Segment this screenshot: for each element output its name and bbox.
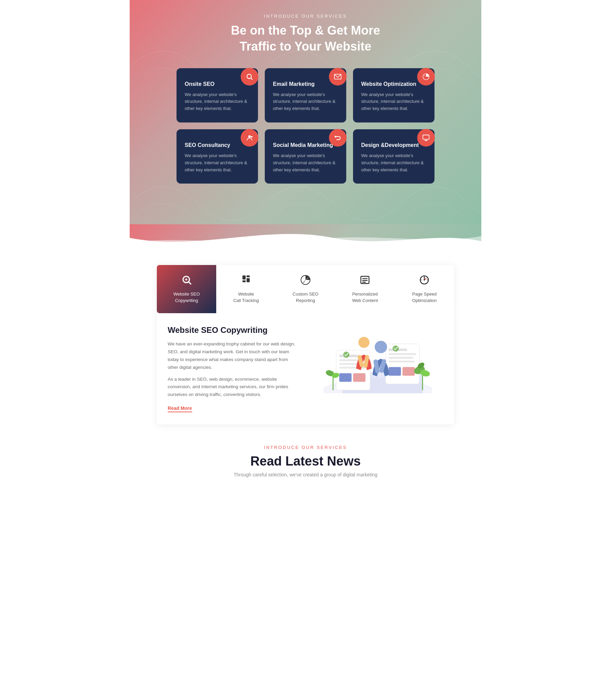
service-title: Website Optimization bbox=[361, 81, 426, 87]
tab-custom-seo-reporting[interactable]: Custom SEO Reporting bbox=[275, 265, 335, 313]
news-label: INTRODUCE OUR SERVICES bbox=[136, 445, 475, 450]
read-more-link[interactable]: Read More bbox=[168, 406, 192, 412]
service-desc: We analyse your website's structure, int… bbox=[185, 152, 250, 173]
wave-divider bbox=[130, 224, 481, 252]
service-title: Email Marketing bbox=[273, 81, 338, 87]
hero-title: Be on the Top & Get More Traffic to Your… bbox=[136, 23, 475, 55]
tabs-section: Website SEO Copywriting Website Call Tra… bbox=[130, 252, 481, 313]
svg-rect-35 bbox=[339, 373, 351, 382]
svg-rect-36 bbox=[353, 373, 365, 382]
svg-rect-44 bbox=[403, 367, 415, 375]
call-tracking-icon bbox=[241, 274, 252, 288]
svg-rect-15 bbox=[242, 275, 245, 279]
tab-label-call-tracking: Website Call Tracking bbox=[233, 291, 259, 303]
svg-point-45 bbox=[393, 346, 399, 351]
custom-seo-icon bbox=[300, 274, 311, 288]
service-title: Onsite SEO bbox=[185, 81, 250, 87]
svg-rect-16 bbox=[242, 280, 245, 282]
service-desc: We analyse your website's structure, int… bbox=[185, 91, 250, 112]
service-title: Social Media Marketing bbox=[273, 142, 338, 148]
personalized-web-icon bbox=[359, 274, 370, 288]
website-optimization-icon bbox=[417, 68, 435, 86]
svg-point-37 bbox=[343, 351, 349, 357]
svg-point-46 bbox=[358, 337, 370, 348]
design-dev-icon bbox=[417, 129, 435, 147]
page-speed-icon bbox=[419, 274, 430, 288]
service-title: Design &Development bbox=[361, 142, 426, 148]
service-desc: We analyse your website's structure, int… bbox=[273, 91, 338, 112]
tab-website-seo-copywriting[interactable]: Website SEO Copywriting bbox=[157, 265, 216, 313]
news-title: Read Latest News bbox=[136, 454, 475, 469]
content-paragraph-2: As a leader in SEO, web design, ecommerc… bbox=[168, 376, 299, 399]
svg-rect-40 bbox=[389, 353, 417, 355]
service-card-email-marketing[interactable]: Email Marketing We analyse your website'… bbox=[265, 68, 346, 122]
content-text: Website SEO Copywriting We have an ever-… bbox=[168, 325, 299, 413]
svg-rect-42 bbox=[389, 360, 415, 362]
svg-rect-17 bbox=[247, 275, 250, 277]
news-subtitle: Through careful selection, we've created… bbox=[136, 472, 475, 477]
service-card-design-dev[interactable]: Design &Development We analyse your webs… bbox=[353, 129, 434, 184]
news-section: INTRODUCE OUR SERVICES Read Latest News … bbox=[130, 425, 481, 484]
svg-rect-43 bbox=[389, 367, 401, 375]
service-card-website-optimization[interactable]: Website Optimization We analyse your web… bbox=[353, 68, 434, 122]
tabs-row: Website SEO Copywriting Website Call Tra… bbox=[157, 265, 454, 313]
tab-label-page-speed: Page Speed Optimization bbox=[412, 291, 436, 303]
seo-consultancy-icon bbox=[241, 129, 258, 147]
content-image bbox=[312, 325, 443, 393]
email-marketing-icon bbox=[329, 68, 346, 86]
tab-label-website-seo: Website SEO Copywriting bbox=[174, 291, 200, 303]
service-card-seo-consultancy[interactable]: SEO Consultancy We analyse your website'… bbox=[177, 129, 258, 184]
services-grid: Onsite SEO We analyse your website's str… bbox=[177, 68, 434, 184]
onsite-seo-icon bbox=[241, 68, 258, 86]
svg-point-25 bbox=[423, 279, 425, 280]
svg-rect-8 bbox=[423, 135, 429, 139]
tab-label-personalized: Personalized Web Content bbox=[352, 291, 378, 303]
website-seo-copywriting-icon bbox=[181, 274, 192, 288]
svg-line-1 bbox=[251, 78, 252, 79]
tab-personalized-web-content[interactable]: Personalized Web Content bbox=[336, 265, 395, 313]
svg-rect-41 bbox=[389, 356, 414, 358]
svg-line-12 bbox=[189, 282, 191, 284]
tab-page-speed-optimization[interactable]: Page Speed Optimization bbox=[395, 265, 454, 313]
service-desc: We analyse your website's structure, int… bbox=[361, 152, 426, 173]
service-title: SEO Consultancy bbox=[185, 142, 250, 148]
service-desc: We analyse your website's structure, int… bbox=[361, 91, 426, 112]
service-card-onsite-seo[interactable]: Onsite SEO We analyse your website's str… bbox=[177, 68, 258, 122]
svg-rect-18 bbox=[247, 278, 250, 282]
svg-point-4 bbox=[248, 135, 251, 138]
svg-marker-7 bbox=[335, 136, 337, 138]
hero-section: INTRODUCE OUR SERVICES Be on the Top & G… bbox=[130, 0, 481, 224]
tab-label-custom-seo: Custom SEO Reporting bbox=[293, 291, 318, 303]
content-panel: Website SEO Copywriting We have an ever-… bbox=[157, 313, 454, 425]
service-desc: We analyse your website's structure, int… bbox=[273, 152, 338, 173]
service-card-social-media[interactable]: Social Media Marketing We analyse your w… bbox=[265, 129, 346, 184]
hero-label: INTRODUCE OUR SERVICES bbox=[136, 14, 475, 19]
svg-point-49 bbox=[375, 341, 387, 353]
tab-website-call-tracking[interactable]: Website Call Tracking bbox=[216, 265, 275, 313]
content-title: Website SEO Copywriting bbox=[168, 325, 299, 335]
social-media-icon bbox=[329, 129, 346, 147]
content-paragraph-1: We have an ever-expanding trophy cabinet… bbox=[168, 340, 299, 371]
